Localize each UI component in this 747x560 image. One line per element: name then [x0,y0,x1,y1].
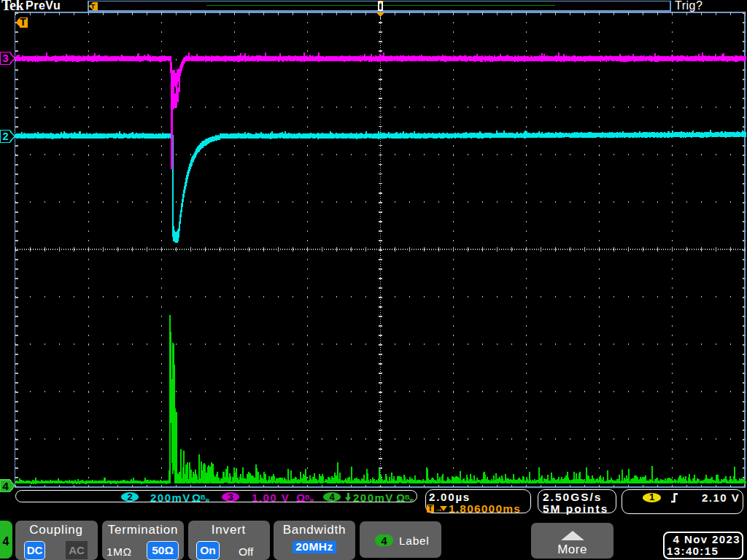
svg-text:4: 4 [2,480,9,492]
svg-text:2: 2 [2,131,8,142]
svg-text:T: T [91,2,96,10]
svg-text:T: T [20,16,26,28]
svg-text:3: 3 [2,52,8,64]
